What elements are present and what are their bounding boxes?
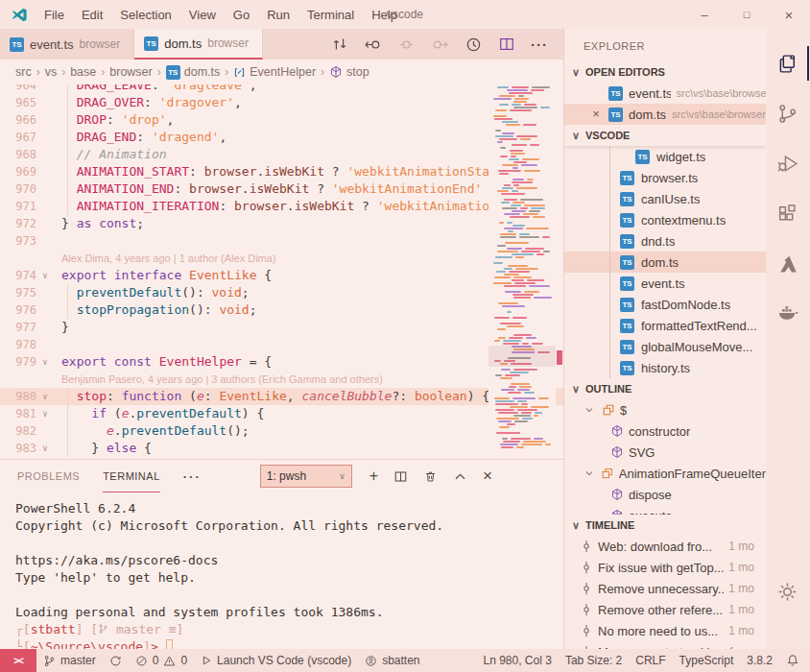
timeline-item[interactable]: No more need to us...1 mo [564, 620, 766, 641]
outline-item-[interactable]: $ [564, 399, 766, 420]
codelens-annotation[interactable]: Benjamin Pasero, 4 years ago | 3 authors… [0, 371, 563, 388]
tab-problems[interactable]: PROBLEMS [17, 460, 80, 492]
section-open-editors[interactable]: ∨ OPEN EDITORS [564, 61, 766, 83]
timeline-item[interactable]: Remove unnecessary...1 mo [564, 578, 766, 599]
tree-item-browserts[interactable]: TSbrowser.ts [564, 167, 766, 188]
source-control-icon[interactable] [766, 88, 809, 138]
tree-item-fastDomNodets[interactable]: TSfastDomNode.ts [564, 294, 766, 315]
scrollbar-thumb[interactable] [557, 350, 562, 365]
timeline-item[interactable]: Remove other refere...1 mo [564, 599, 766, 620]
open-editor-dom.ts[interactable]: ×TSdom.tssrc\vs\base\browser [564, 104, 766, 125]
azure-icon[interactable] [766, 238, 809, 288]
kill-terminal-icon[interactable] [423, 469, 438, 484]
minimize-button[interactable]: – [683, 0, 726, 29]
menu-file[interactable]: File [36, 8, 73, 22]
ts-version-status[interactable]: 3.8.2 [740, 649, 779, 672]
fold-chevron-icon[interactable]: ∨ [36, 440, 54, 457]
minimap[interactable] [488, 84, 556, 459]
split-terminal-icon[interactable] [393, 469, 408, 484]
tree-item-formattedTextRend[interactable]: TSformattedTextRend... [564, 315, 766, 336]
panel-more-icon[interactable]: ··· [183, 469, 202, 484]
breadcrumb-item-src[interactable]: src [15, 65, 32, 79]
more-actions-icon[interactable]: ··· [531, 36, 548, 53]
editor-tab-event.ts[interactable]: TSevent.tsbrowser [0, 29, 134, 60]
editor-scrollbar[interactable] [556, 84, 563, 459]
outline-item-execute[interactable]: execute [564, 505, 766, 515]
editor-tab-dom.ts[interactable]: TSdom.tsbrowser [134, 29, 263, 60]
close-button[interactable]: × [768, 0, 810, 29]
terminal-output[interactable]: PowerShell 6.2.4Copyright (c) Microsoft … [0, 492, 563, 656]
split-editor-icon[interactable] [498, 36, 515, 53]
breadcrumb-item-stop[interactable]: stop [329, 65, 369, 79]
problems-status[interactable]: 0 0 [129, 649, 194, 672]
tree-item-eventts[interactable]: TSevent.ts [564, 273, 766, 294]
tree-item-historyts[interactable]: TShistory.ts [564, 357, 766, 378]
commit-message: Remove other refere... [598, 603, 724, 617]
outline-item-AnimationFrameQueueItem[interactable]: AnimationFrameQueueItem [564, 463, 766, 484]
extensions-icon[interactable] [766, 188, 809, 238]
code-editor[interactable]: 964 DRAG_LEAVE: 'dragleave',965 DRAG_OVE… [0, 84, 563, 459]
fold-chevron-icon[interactable]: ∨ [36, 405, 54, 422]
navigate-previous-icon[interactable] [397, 36, 416, 54]
git-branch-status[interactable]: master [36, 649, 103, 672]
navigate-forward-icon[interactable] [431, 36, 449, 54]
launch-task-status[interactable]: Launch VS Code (vscode) [194, 649, 358, 672]
timeline-item[interactable]: Merge remote-tracki...1 mo [564, 641, 766, 649]
menu-edit[interactable]: Edit [73, 8, 111, 22]
minimap-slider[interactable] [488, 346, 556, 367]
section-vscode[interactable]: ∨ VSCODE [564, 125, 766, 146]
sync-button[interactable] [103, 649, 129, 672]
codelens-annotation[interactable]: Alex Dima, 4 years ago | 1 author (Alex … [0, 250, 563, 267]
code-text: } as const; [56, 215, 144, 232]
menu-terminal[interactable]: Terminal [298, 8, 363, 22]
breadcrumb-item-vs[interactable]: vs [45, 65, 58, 79]
fold-chevron-icon[interactable]: ∨ [36, 353, 54, 371]
maximize-panel-icon[interactable] [453, 469, 467, 484]
tree-item-widgetts[interactable]: TSwidget.ts [564, 146, 766, 167]
terminal-select[interactable]: 1: pwsh ∨ [260, 465, 352, 488]
timeline-item[interactable]: Fix issue with getTop...1 mo [564, 557, 766, 578]
docker-icon[interactable] [766, 288, 809, 338]
open-editor-event.ts[interactable]: TSevent.tssrc\vs\base\browser [564, 83, 766, 104]
breadcrumb-item-browser[interactable]: browser [109, 65, 152, 79]
explorer-icon[interactable] [766, 38, 809, 88]
outline-item-SVG[interactable]: SVG [564, 442, 766, 463]
breadcrumb-item-domts[interactable]: TSdom.ts [166, 65, 221, 80]
eol-status[interactable]: CRLF [629, 649, 672, 672]
fold-chevron-icon[interactable]: ∨ [36, 267, 54, 284]
breadcrumb-separator: › [61, 65, 65, 79]
tab-terminal[interactable]: TERMINAL [103, 460, 160, 492]
timeline-item[interactable]: Web: download fro...1 mo [564, 536, 766, 557]
settings-gear-icon[interactable] [766, 566, 809, 616]
remote-indicator[interactable]: >< [0, 649, 36, 672]
tree-item-globalMouseMove[interactable]: TSglobalMouseMove... [564, 336, 766, 357]
menu-go[interactable]: Go [225, 8, 258, 22]
menu-run[interactable]: Run [258, 8, 298, 22]
cursor-position-status[interactable]: Ln 980, Col 3 [476, 649, 558, 672]
breadcrumb-item-base[interactable]: base [70, 65, 96, 79]
new-terminal-icon[interactable]: + [369, 468, 378, 485]
close-icon[interactable]: × [589, 108, 603, 121]
navigate-back-icon[interactable] [364, 36, 382, 54]
open-changes-icon[interactable] [331, 36, 348, 53]
menu-selection[interactable]: Selection [111, 8, 179, 22]
section-outline[interactable]: ∨ OUTLINE [564, 378, 766, 399]
menu-view[interactable]: View [180, 8, 225, 22]
breadcrumb-item-EventHelper[interactable]: EventHelper [233, 65, 316, 79]
run-timer-icon[interactable] [465, 36, 483, 54]
notifications-bell-icon[interactable] [779, 649, 806, 672]
outline-item-dispose[interactable]: dispose [564, 484, 766, 505]
run-debug-icon[interactable] [766, 138, 809, 188]
section-timeline[interactable]: ∨ TIMELINE [564, 515, 766, 536]
tree-item-domts[interactable]: TSdom.ts [564, 252, 766, 273]
close-panel-icon[interactable]: × [483, 467, 492, 486]
account-status[interactable]: sbatten [358, 649, 426, 672]
tree-item-dndts[interactable]: TSdnd.ts [564, 230, 766, 252]
tree-item-canIUsets[interactable]: TScanIUse.ts [564, 188, 766, 209]
tree-item-contextmenuts[interactable]: TScontextmenu.ts [564, 209, 766, 230]
indentation-status[interactable]: Tab Size: 2 [559, 649, 629, 672]
language-status[interactable]: TypeScript [673, 649, 741, 672]
maximize-button[interactable]: □ [726, 0, 768, 29]
outline-item-constructor[interactable]: constructor [564, 420, 766, 442]
fold-chevron-icon[interactable]: ∨ [36, 388, 54, 405]
